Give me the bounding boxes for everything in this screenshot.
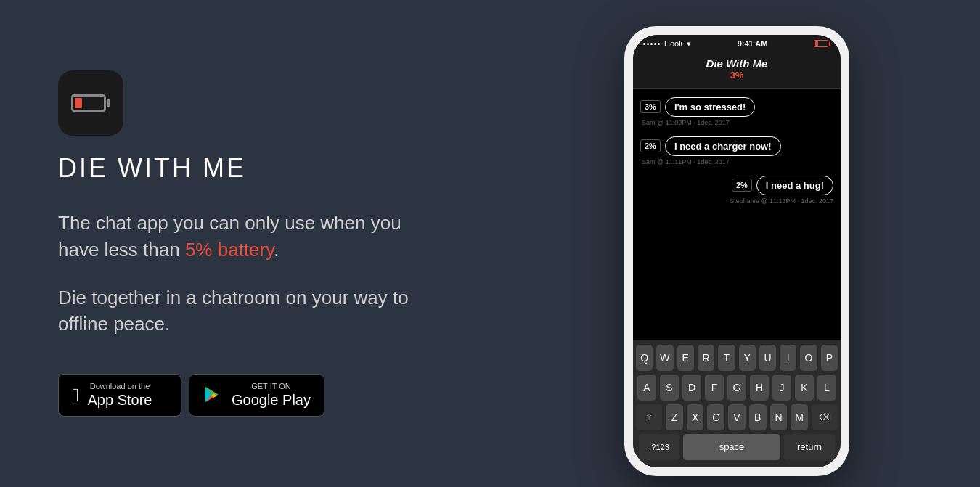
googleplay-text: GET IT ON Google Play [232, 382, 311, 409]
key-o[interactable]: O [800, 345, 817, 371]
key-z[interactable]: Z [666, 404, 683, 430]
appstore-large-label: App Store [88, 391, 152, 409]
key-e[interactable]: E [677, 345, 694, 371]
key-d[interactable]: D [682, 375, 701, 401]
status-right [814, 40, 830, 47]
key-n[interactable]: N [770, 404, 788, 430]
key-q[interactable]: Q [636, 345, 653, 371]
message-text-2: I need a charger now! [665, 136, 781, 156]
battery-highlight: 5% battery [185, 239, 274, 261]
bubble-2: 2% I need a charger now! [640, 136, 833, 156]
apple-icon:  [72, 384, 79, 406]
battery-icon [71, 94, 110, 112]
key-shift[interactable]: ⇧ [636, 404, 662, 430]
key-r[interactable]: R [698, 345, 714, 371]
store-buttons:  Download on the App Store GET IT ON Go… [58, 374, 436, 417]
key-f[interactable]: F [705, 375, 724, 401]
keyboard-row-2: A S D F G H J K L [636, 375, 838, 401]
key-b[interactable]: B [749, 404, 767, 430]
battery-badge-1: 3% [640, 100, 661, 113]
signal-dots [643, 43, 660, 45]
chat-battery-pct: 3% [633, 70, 841, 81]
key-t[interactable]: T [718, 345, 735, 371]
appstore-button[interactable]:  Download on the App Store [58, 374, 181, 417]
message-text-3: I need a hug! [756, 176, 833, 195]
wifi-icon: ▾ [687, 39, 691, 49]
googleplay-large-label: Google Play [232, 391, 311, 409]
key-h[interactable]: H [750, 375, 769, 401]
message-meta-1: Sam @ 11:09PM · 1dec. 2017 [640, 119, 833, 126]
chat-area: 3% I'm so stressed! Sam @ 11:09PM · 1dec… [633, 89, 841, 340]
left-section: DIE WITH ME The chat app you can only us… [0, 27, 494, 460]
carrier-name: Hooli [664, 39, 682, 48]
key-m[interactable]: M [791, 404, 808, 430]
phone-screen: Hooli ▾ 9:41 AM Die [633, 35, 841, 467]
message-text-1: I'm so stressed! [665, 97, 755, 117]
message-meta-2: Sam @ 11:11PM · 1dec. 2017 [640, 158, 833, 165]
googleplay-small-label: GET IT ON [232, 382, 311, 391]
key-delete[interactable]: ⌫ [812, 404, 838, 430]
battery-badge-2: 2% [640, 139, 661, 152]
app-icon [58, 70, 123, 136]
key-num-symbol[interactable]: .?123 [639, 434, 679, 460]
message-meta-3: Stephanie @ 11:13PM · 1dec. 2017 [640, 197, 833, 205]
keyboard-row-1: Q W E R T Y U I O P [636, 345, 838, 371]
bubble-3: 2% I need a hug! [640, 176, 833, 195]
key-x[interactable]: X [687, 404, 704, 430]
key-j[interactable]: J [772, 375, 791, 401]
status-time: 9:41 AM [738, 39, 768, 48]
app-title: DIE WITH ME [58, 153, 436, 184]
google-play-icon [203, 385, 223, 405]
status-bar: Hooli ▾ 9:41 AM [633, 35, 841, 52]
message-3: 2% I need a hug! Stephanie @ 11:13PM · 1… [640, 176, 833, 205]
key-k[interactable]: K [795, 375, 814, 401]
battery-badge-3: 2% [732, 179, 752, 192]
googleplay-button[interactable]: GET IT ON Google Play [189, 374, 324, 417]
chat-title: Die With Me [633, 57, 841, 70]
key-v[interactable]: V [728, 404, 746, 430]
key-l[interactable]: L [817, 375, 836, 401]
keyboard-bottom-row: .?123 space return [636, 434, 838, 465]
message-2: 2% I need a charger now! Sam @ 11:11PM ·… [640, 136, 833, 165]
app-description: The chat app you can only use when you h… [58, 210, 436, 263]
app-header: Die With Me 3% [633, 52, 841, 89]
right-section: Hooli ▾ 9:41 AM Die [494, 0, 980, 487]
key-return[interactable]: return [784, 434, 835, 460]
app-description2: Die together in a chatroom on your way t… [58, 285, 436, 337]
status-left: Hooli ▾ [643, 39, 691, 49]
keyboard: Q W E R T Y U I O P A S D [633, 340, 841, 467]
key-w[interactable]: W [656, 345, 673, 371]
keyboard-row-3: ⇧ Z X C V B N M ⌫ [636, 404, 838, 430]
key-i[interactable]: I [780, 345, 796, 371]
key-u[interactable]: U [759, 345, 776, 371]
mini-battery [814, 40, 830, 47]
bubble-1: 3% I'm so stressed! [640, 97, 833, 117]
key-y[interactable]: Y [739, 345, 756, 371]
description-period: . [274, 239, 279, 261]
key-s[interactable]: S [660, 375, 679, 401]
key-c[interactable]: C [707, 404, 724, 430]
appstore-small-label: Download on the [88, 382, 152, 391]
phone-mockup: Hooli ▾ 9:41 AM Die [624, 26, 849, 476]
message-1: 3% I'm so stressed! Sam @ 11:09PM · 1dec… [640, 97, 833, 126]
key-a[interactable]: A [637, 375, 656, 401]
key-g[interactable]: G [727, 375, 746, 401]
key-space[interactable]: space [683, 434, 780, 460]
appstore-text: Download on the App Store [88, 382, 152, 409]
key-p[interactable]: P [821, 345, 838, 371]
